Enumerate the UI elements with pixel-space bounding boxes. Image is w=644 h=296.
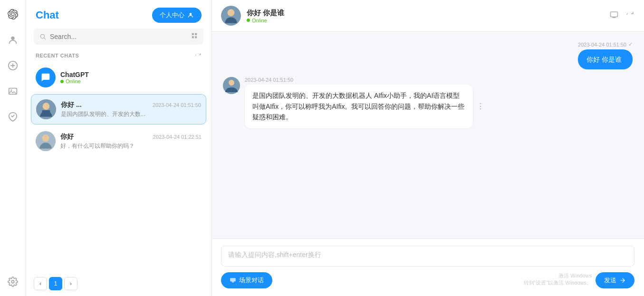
chat-item-chatgpt[interactable]: ChatGPT Online (31, 63, 206, 92)
recent-chats-label: RECENT CHATS (26, 50, 211, 63)
chat-info-nihao2: 你好 2023-04-24 01:22:51 好，有什么可以帮助你的吗？ (60, 133, 202, 150)
chat-info-chatgpt: ChatGPT Online (60, 71, 202, 84)
sent-bubble: 你好 你是谁 (578, 49, 633, 69)
header-actions (610, 10, 634, 21)
icon-rail (0, 0, 26, 296)
received-time: 2023-04-24 01:51:50 (245, 77, 473, 83)
chat-item-nihao1[interactable]: 你好 ... 2023-04-24 01:51:50 是国内团队发明的、开发的大… (31, 94, 206, 124)
screen-icon-btn[interactable] (610, 10, 618, 21)
chat-item-nihao2[interactable]: 你好 2023-04-24 01:22:51 好，有什么可以帮助你的吗？ (31, 126, 206, 156)
pagination: ‹ 1 › (26, 271, 211, 296)
windows-watermark: 激活 Windows 转到"设置"以激活 Windows。 (524, 272, 592, 286)
chat-name-chatgpt: ChatGPT (60, 71, 89, 78)
header-name-status: 你好 你是谁 Online (247, 9, 284, 23)
svg-rect-11 (195, 33, 197, 35)
sidebar-title: Chat (36, 9, 59, 21)
svg-rect-10 (192, 33, 194, 35)
refresh-icon-small[interactable] (195, 52, 202, 59)
search-icon (39, 33, 46, 40)
image-icon-btn[interactable] (4, 83, 21, 100)
svg-rect-12 (192, 36, 194, 38)
message-content-received: 2023-04-24 01:51:50 是国内团队发明的、开发的大数据机器人 A… (245, 77, 473, 128)
bookmark-icon-btn[interactable] (4, 108, 21, 125)
search-bar (34, 29, 203, 45)
main-chat: 你好 你是谁 Online (211, 0, 644, 296)
next-page-btn[interactable]: › (64, 277, 77, 290)
page-1-btn[interactable]: 1 (49, 277, 62, 290)
messages-area: 2023-04-24 01:51:50 ✓ 你好 你是谁 2023-04-24 … (211, 32, 644, 239)
svg-point-6 (11, 280, 14, 283)
refresh-icon-btn[interactable] (626, 10, 634, 21)
header-online-badge: Online (247, 18, 284, 23)
send-area: 激活 Windows 转到"设置"以激活 Windows。 发送 (596, 272, 634, 288)
chat-avatar-nihao1 (36, 99, 56, 119)
svg-rect-16 (42, 110, 50, 112)
scene-dialog-button[interactable]: 场景对话 (221, 272, 272, 288)
svg-rect-13 (195, 36, 197, 38)
message-row-received: 2023-04-24 01:51:50 是国内团队发明的、开发的大数据机器人 A… (223, 77, 633, 128)
send-button[interactable]: 发送 (596, 272, 634, 288)
settings-icon-btn[interactable] (4, 273, 21, 290)
personal-center-button[interactable]: 个人中心 (152, 8, 202, 23)
received-avatar (223, 77, 240, 94)
chat-list: ChatGPT Online 你好 ... (26, 63, 211, 271)
chat-info-nihao1: 你好 ... 2023-04-24 01:51:50 是国内团队发明的、开发的大… (61, 101, 201, 118)
chat-avatar-nihao2 (36, 131, 56, 151)
chat-header-left: 你好 你是谁 Online (221, 6, 284, 26)
svg-point-15 (43, 103, 50, 110)
chat-name-nihao1: 你好 ... (61, 101, 82, 109)
sidebar-header: Chat 个人中心 (26, 0, 211, 29)
chat-preview-nihao1: 是国内团队发明的、开发的大数... (61, 110, 156, 118)
prev-page-btn[interactable]: ‹ (34, 277, 47, 290)
openai-logo-icon[interactable] (4, 6, 21, 23)
header-avatar (221, 6, 241, 26)
svg-point-20 (228, 9, 235, 16)
chat-name-nihao2: 你好 (60, 133, 74, 141)
message-input[interactable]: 请输入提问内容,shift+enter换行 (221, 246, 634, 267)
svg-point-18 (42, 134, 49, 142)
sent-time-row: 2023-04-24 01:51:50 ✓ (578, 41, 633, 48)
user-icon-btn[interactable] (4, 31, 21, 48)
chat-time-nihao2: 2023-04-24 01:22:51 (153, 134, 202, 140)
chat-time-nihao1: 2023-04-24 01:51:50 (153, 102, 201, 108)
chatgpt-online-badge: Online (60, 78, 202, 84)
svg-point-25 (229, 80, 234, 86)
chat-preview-nihao2: 好，有什么可以帮助你的吗？ (60, 142, 155, 150)
chat-avatar-chatgpt (36, 67, 56, 87)
message-content-sent: 2023-04-24 01:51:50 ✓ 你好 你是谁 (578, 41, 633, 69)
chat-header: 你好 你是谁 Online (211, 0, 644, 32)
svg-rect-21 (611, 12, 618, 17)
more-options-btn[interactable]: ⋮ (477, 100, 484, 113)
svg-rect-26 (230, 278, 236, 281)
search-input[interactable] (50, 33, 187, 40)
svg-point-0 (11, 37, 14, 40)
input-area: 请输入提问内容,shift+enter换行 场景对话 激活 Windows 转到… (211, 239, 644, 296)
message-row-sent: 2023-04-24 01:51:50 ✓ 你好 你是谁 (223, 41, 633, 69)
svg-point-5 (10, 89, 12, 91)
svg-point-7 (190, 13, 192, 15)
header-name: 你好 你是谁 (247, 9, 284, 18)
plus-icon-btn[interactable] (4, 57, 21, 74)
header-online-dot (247, 19, 250, 22)
sidebar: Chat 个人中心 RECENT CHATS (26, 0, 211, 296)
received-bubble: 是国内团队发明的、开发的大数据机器人 AIfix小助手，我的AI语言模型叫做AI… (245, 85, 473, 128)
input-actions: 场景对话 激活 Windows 转到"设置"以激活 Windows。 发送 (221, 272, 634, 288)
svg-line-9 (44, 38, 46, 39)
grid-icon[interactable] (191, 32, 198, 41)
online-dot (60, 80, 64, 83)
